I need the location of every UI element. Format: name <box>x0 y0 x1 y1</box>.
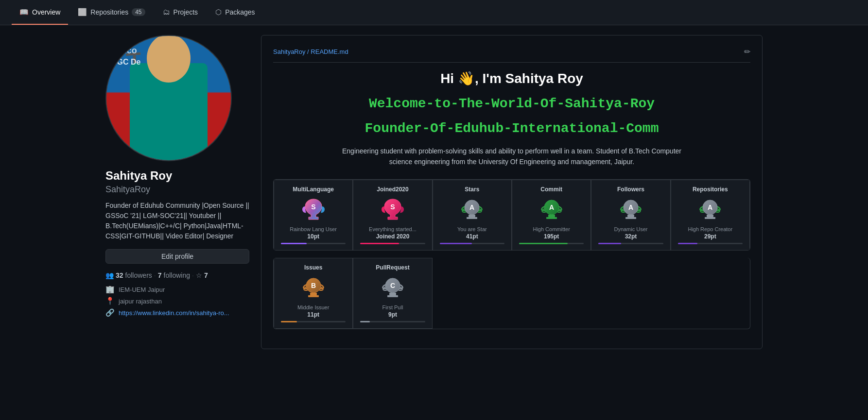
svg-rect-40 <box>310 293 317 295</box>
organization-text: IEM-UEM Jaipur <box>119 286 165 293</box>
building-icon: 🏢 <box>105 285 115 294</box>
badge-stars-bar <box>440 243 504 244</box>
tab-projects[interactable]: 🗂 Projects <box>155 0 206 25</box>
followers-label: followers <box>125 271 152 279</box>
badge-commit-sub: High Committer <box>519 226 584 232</box>
projects-icon: 🗂 <box>163 8 170 16</box>
tab-packages[interactable]: ⬡ Packages <box>208 0 262 25</box>
badge-joined2020-trophy: S <box>381 197 405 223</box>
repositories-badge: 45 <box>132 8 145 16</box>
svg-rect-32 <box>707 215 713 217</box>
badge-issues-title: Issues <box>281 264 346 271</box>
badge-commit: Commit <box>512 180 591 251</box>
tab-overview-label: Overview <box>32 8 60 16</box>
tab-repositories[interactable]: ⬜ Repositories 45 <box>70 0 153 25</box>
svg-rect-9 <box>467 217 477 219</box>
badge-followers-pts: 32pt <box>598 233 663 240</box>
edit-profile-button[interactable]: Edit profile <box>105 249 249 264</box>
badge-pullrequest-trophy: C <box>381 275 405 302</box>
badge-issues-bar <box>281 321 346 322</box>
badge-issues: Issues <box>274 258 353 329</box>
svg-rect-24 <box>627 215 634 217</box>
following-label: following <box>164 271 190 279</box>
bio-text: Engineering student with problem-solving… <box>342 146 682 168</box>
tab-overview[interactable]: 📖 Overview <box>12 0 68 25</box>
location-text: jaipur rajasthan <box>119 298 162 305</box>
svg-rect-8 <box>469 215 475 217</box>
badge-multilanguage-trophy: S <box>301 197 326 223</box>
badge-pullrequest-title: PullRequest <box>360 264 425 271</box>
badge-stars: Stars <box>433 180 512 251</box>
link-icon: 🔗 <box>105 308 115 317</box>
tab-repositories-label: Repositories <box>90 8 128 16</box>
svg-rect-25 <box>625 217 636 219</box>
svg-text:A: A <box>469 203 474 211</box>
badge-followers: Followers <box>591 180 670 251</box>
badge-stars-title: Stars <box>440 186 504 193</box>
svg-text:A: A <box>628 203 633 211</box>
badges-row-2: Issues <box>273 258 750 329</box>
content-area: SahityaRoy / README.md ✏ Hi 👋, I'm Sahit… <box>261 35 763 410</box>
svg-text:B: B <box>311 282 316 289</box>
info-link: 🔗 https://www.linkedin.com/in/sahitya-ro… <box>105 308 249 317</box>
badge-multilanguage-bar <box>281 243 346 244</box>
badge-joined2020-bar <box>360 243 425 244</box>
badge-pullrequest: PullRequest <box>353 258 432 329</box>
readme-header: SahityaRoy / README.md ✏ <box>273 47 750 63</box>
avatar-image: Welco UGC De <box>106 36 231 160</box>
badge-repositories-title: Repositories <box>678 186 743 193</box>
readme-path: SahityaRoy / README.md <box>273 48 348 55</box>
badge-commit-bar <box>519 243 584 244</box>
badge-issues-pts: 11pt <box>281 311 346 318</box>
badge-repositories-sub: High Repo Creator <box>678 226 743 232</box>
badge-multilanguage-sub: Rainbow Lang User <box>281 226 346 232</box>
badge-multilanguage: MultiLanguage <box>274 180 353 251</box>
tab-projects-label: Projects <box>174 8 198 16</box>
svg-text:A: A <box>708 203 712 211</box>
stars-count: 7 <box>204 271 208 279</box>
readme-box: SahityaRoy / README.md ✏ Hi 👋, I'm Sahit… <box>261 35 763 349</box>
svg-rect-16 <box>548 215 555 217</box>
avatar: Welco UGC De 💬 <box>105 35 232 161</box>
badge-followers-title: Followers <box>598 186 663 193</box>
svg-text:C: C <box>390 282 395 289</box>
overview-icon: 📖 <box>19 8 29 17</box>
svg-text:S: S <box>311 203 315 211</box>
avatar-container: Welco UGC De 💬 <box>105 35 249 161</box>
badge-pullrequest-pts: 9pt <box>360 311 425 318</box>
greeting-heading: Hi 👋, I'm Sahitya Roy <box>273 70 750 86</box>
readme-content: Hi 👋, I'm Sahitya Roy Welcome-to-The-Wor… <box>273 70 750 329</box>
link-text: https://www.linkedin.com/in/sahitya-ro..… <box>119 309 229 317</box>
badge-repositories: Repositories <box>671 180 750 251</box>
followers-row: 👥 32 followers · 7 following · ☆ 7 <box>105 271 249 279</box>
readme-path-file: README.md <box>311 48 348 55</box>
badge-repositories-trophy: A <box>698 197 722 223</box>
badge-repositories-bar <box>678 243 743 244</box>
badge-pullrequest-sub: First Pull <box>360 304 425 310</box>
svg-text:A: A <box>549 203 554 211</box>
badge-issues-sub: Middle Issuer <box>281 304 346 310</box>
badge-joined2020-title: Joined2020 <box>360 186 425 193</box>
sidebar: Welco UGC De 💬 Sahitya Roy SahityaRoy Fo… <box>105 35 249 410</box>
packages-icon: ⬡ <box>215 8 222 17</box>
tagline2: Founder-Of-Eduhub-International-Comm <box>273 121 750 136</box>
badge-stars-trophy: A <box>460 197 484 223</box>
badge-multilanguage-pts: 10pt <box>281 233 346 240</box>
profile-name: Sahitya Roy <box>105 169 249 183</box>
svg-rect-17 <box>546 217 557 219</box>
svg-rect-49 <box>387 295 398 297</box>
top-nav: 📖 Overview ⬜ Repositories 45 🗂 Projects … <box>0 0 868 25</box>
tab-packages-label: Packages <box>225 8 255 16</box>
svg-rect-48 <box>389 293 396 295</box>
svg-rect-33 <box>705 217 715 219</box>
edit-readme-button[interactable]: ✏ <box>744 47 750 56</box>
badge-joined2020-sub: Everything started... <box>360 226 425 232</box>
badge-repositories-pts: 29pt <box>678 233 743 240</box>
tagline1: Welcome-to-The-World-Of-Sahitya-Roy <box>273 96 750 111</box>
badge-stars-pts: 41pt <box>440 233 504 240</box>
badge-multilanguage-title: MultiLanguage <box>281 186 346 193</box>
repositories-icon: ⬜ <box>78 8 87 17</box>
badge-followers-bar <box>598 243 663 244</box>
badge-commit-trophy: A <box>539 197 564 223</box>
followers-icon: 👥 <box>105 271 114 279</box>
